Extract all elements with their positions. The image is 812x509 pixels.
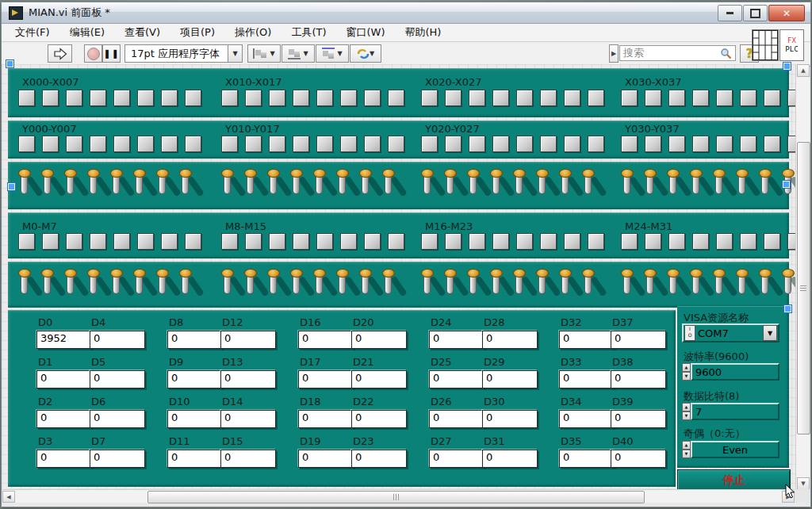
selection-handle[interactable] xyxy=(8,183,15,190)
toggle-switch[interactable] xyxy=(713,268,726,303)
toggle-switch[interactable] xyxy=(133,168,146,203)
baud-rate-field[interactable]: 9600 xyxy=(691,363,779,381)
toggle-switch[interactable] xyxy=(110,168,123,203)
toggle-switch[interactable] xyxy=(382,268,395,303)
toggle-switch[interactable] xyxy=(267,168,280,203)
abort-button[interactable] xyxy=(84,44,102,63)
toggle-switch[interactable] xyxy=(490,168,503,203)
vi-icon[interactable]: FX PLC xyxy=(779,29,804,61)
menu-item-1[interactable]: 编辑(E) xyxy=(70,25,105,40)
toggle-switch[interactable] xyxy=(559,268,572,303)
toggle-switch[interactable] xyxy=(359,268,372,303)
maximize-button[interactable] xyxy=(743,5,768,21)
toggle-switch[interactable] xyxy=(513,268,526,303)
scroll-up-arrow-icon[interactable]: ▲ xyxy=(797,64,810,77)
align-objects-button[interactable]: ▼ xyxy=(247,44,281,63)
toggle-switch[interactable] xyxy=(713,168,726,203)
toggle-switch[interactable] xyxy=(313,268,326,303)
chevron-down-icon[interactable]: ▼ xyxy=(228,45,242,62)
toggle-switch[interactable] xyxy=(133,268,146,303)
toggle-switch[interactable] xyxy=(41,168,54,203)
selection-handle[interactable] xyxy=(783,181,790,188)
toggle-switch[interactable] xyxy=(444,268,457,303)
toggle-switch[interactable] xyxy=(382,168,395,203)
menu-item-2[interactable]: 查看(V) xyxy=(124,25,160,40)
horizontal-scrollbar[interactable]: ◀ ▶ xyxy=(2,489,795,503)
font-selector[interactable]: 17pt 应用程序字体 ▼ xyxy=(124,44,243,63)
parity-field[interactable]: Even xyxy=(691,441,779,458)
distribute-objects-button[interactable]: ▼ xyxy=(282,44,315,63)
horizontal-scrollbar-thumb[interactable] xyxy=(147,491,645,503)
toggle-switch[interactable] xyxy=(690,168,703,203)
toggle-switch[interactable] xyxy=(444,168,457,203)
toggle-switch[interactable] xyxy=(156,168,169,203)
toggle-switch[interactable] xyxy=(244,268,257,303)
scroll-down-arrow-icon[interactable]: ▼ xyxy=(797,477,810,490)
scroll-left-arrow-icon[interactable]: ◀ xyxy=(2,491,15,503)
toggle-switch[interactable] xyxy=(221,268,234,303)
toggle-switch[interactable] xyxy=(18,268,31,303)
toggle-switch[interactable] xyxy=(41,268,54,303)
menu-item-0[interactable]: 文件(F) xyxy=(15,25,50,40)
pause-button[interactable]: ❚❚ xyxy=(102,44,121,63)
toggle-switch[interactable] xyxy=(87,168,100,203)
toggle-switch[interactable] xyxy=(179,168,192,203)
toggle-switch[interactable] xyxy=(64,168,77,203)
toggle-switch[interactable] xyxy=(736,168,749,203)
toggle-switch[interactable] xyxy=(267,268,280,303)
toggle-switch[interactable] xyxy=(156,268,169,303)
toggle-switch[interactable] xyxy=(582,268,595,303)
toggle-switch[interactable] xyxy=(559,168,572,203)
toggle-switch[interactable] xyxy=(179,268,192,303)
toggle-switch[interactable] xyxy=(290,268,303,303)
toggle-switch[interactable] xyxy=(536,168,549,203)
menu-item-5[interactable]: 工具(T) xyxy=(291,25,326,40)
minimize-button[interactable] xyxy=(718,5,742,21)
visa-resource-combo[interactable]: IO COM7 ▼ xyxy=(682,323,779,343)
stop-button[interactable]: 停止 xyxy=(677,469,791,490)
toggle-switch[interactable] xyxy=(667,268,680,303)
parity-spinner[interactable]: ▲▼ xyxy=(682,441,691,458)
menu-item-4[interactable]: 操作(O) xyxy=(235,25,271,40)
menu-item-7[interactable]: 帮助(H) xyxy=(405,25,442,40)
toggle-switch[interactable] xyxy=(467,168,480,203)
selection-handle[interactable] xyxy=(6,60,13,67)
data-bits-spinner[interactable]: ▲▼ xyxy=(682,403,691,420)
toggle-switch[interactable] xyxy=(490,268,503,303)
toggle-switch[interactable] xyxy=(290,168,303,203)
toggle-switch[interactable] xyxy=(536,268,549,303)
toggle-switch[interactable] xyxy=(110,268,123,303)
toggle-switch[interactable] xyxy=(644,268,657,303)
chevron-down-icon[interactable]: ▼ xyxy=(763,325,777,341)
toggle-switch[interactable] xyxy=(421,268,434,303)
search-input[interactable]: 搜索 xyxy=(619,45,736,61)
toggle-switch[interactable] xyxy=(621,268,634,303)
toggle-switch[interactable] xyxy=(467,268,480,303)
toggle-switch[interactable] xyxy=(690,268,703,303)
search-history-button[interactable]: ▶ xyxy=(609,44,619,63)
toggle-switch[interactable] xyxy=(87,268,100,303)
selection-handle[interactable] xyxy=(783,63,791,70)
menu-item-6[interactable]: 窗口(W) xyxy=(347,25,385,40)
toggle-switch[interactable] xyxy=(513,168,526,203)
vertical-scrollbar[interactable]: ▲ ▼ xyxy=(795,64,810,490)
reorder-button[interactable]: ▼ xyxy=(350,44,381,63)
toggle-switch[interactable] xyxy=(64,268,77,303)
resize-objects-button[interactable]: ▼ xyxy=(316,44,349,63)
run-button[interactable] xyxy=(48,44,72,63)
selection-handle[interactable] xyxy=(784,305,791,312)
toggle-switch[interactable] xyxy=(18,168,31,203)
close-button[interactable]: ✕ xyxy=(768,5,805,21)
toggle-switch[interactable] xyxy=(313,168,326,203)
toggle-switch[interactable] xyxy=(736,268,749,303)
baud-spinner[interactable]: ▲▼ xyxy=(682,363,691,381)
toggle-switch[interactable] xyxy=(667,168,680,203)
io-icon[interactable]: IO xyxy=(684,325,695,341)
toggle-switch[interactable] xyxy=(621,168,634,203)
toggle-switch[interactable] xyxy=(336,268,349,303)
menu-item-3[interactable]: 项目(P) xyxy=(180,25,215,40)
toggle-switch[interactable] xyxy=(759,268,772,303)
title-bar[interactable]: MIAN.vi 前面板 * ✕ xyxy=(2,2,810,24)
toggle-switch[interactable] xyxy=(336,168,349,203)
toggle-switch[interactable] xyxy=(759,168,772,203)
